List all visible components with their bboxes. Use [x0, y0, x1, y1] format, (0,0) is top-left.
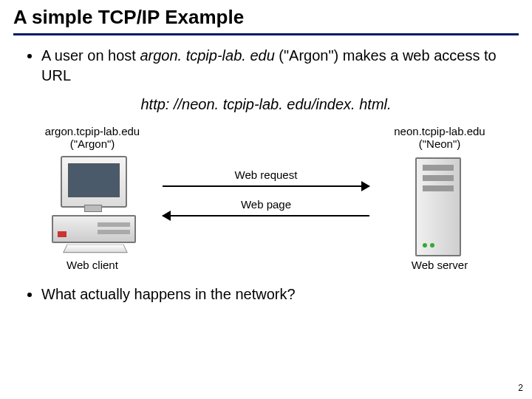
slide: A simple TCP/IP Example A user on host a… — [0, 0, 532, 399]
left-host-line2: ("Argon") — [70, 137, 115, 150]
page-number: 2 — [518, 383, 523, 393]
left-role: Web client — [30, 258, 155, 273]
right-host-line2: ("Neon") — [419, 137, 461, 150]
arrow-response: Web page — [163, 212, 369, 219]
bullet-1-host: argon. tcpip-lab. edu — [140, 47, 274, 64]
bullet-1: A user on host argon. tcpip-lab. edu ("A… — [41, 46, 510, 86]
slide-title: A simple TCP/IP Example — [0, 0, 532, 33]
slide-body: A user on host argon. tcpip-lab. edu ("A… — [0, 46, 532, 304]
left-host-label: argon.tcpip-lab.edu ("Argon") — [30, 125, 155, 151]
title-rule — [13, 33, 519, 35]
diagram: argon.tcpip-lab.edu ("Argon") neon.tcpip… — [30, 125, 502, 273]
bullet-2: What actually happens in the network? — [41, 284, 510, 304]
right-host-label: neon.tcpip-lab.edu ("Neon") — [377, 125, 502, 151]
arrow-group: Web request Web page — [163, 183, 369, 242]
client-computer-icon — [52, 156, 133, 252]
arrow-response-label: Web page — [163, 197, 369, 212]
bullet-1-pre: A user on host — [41, 47, 140, 64]
bullet-list-1: A user on host argon. tcpip-lab. edu ("A… — [41, 46, 510, 86]
arrow-request: Web request — [163, 183, 369, 190]
right-host-line1: neon.tcpip-lab.edu — [394, 125, 485, 137]
server-icon — [415, 157, 461, 256]
arrow-request-label: Web request — [163, 168, 369, 183]
url-line: http: //neon. tcpip-lab. edu/index. html… — [22, 95, 510, 115]
right-role: Web server — [377, 258, 502, 273]
left-host-line1: argon.tcpip-lab.edu — [45, 125, 140, 137]
bullet-list-2: What actually happens in the network? — [41, 284, 510, 304]
